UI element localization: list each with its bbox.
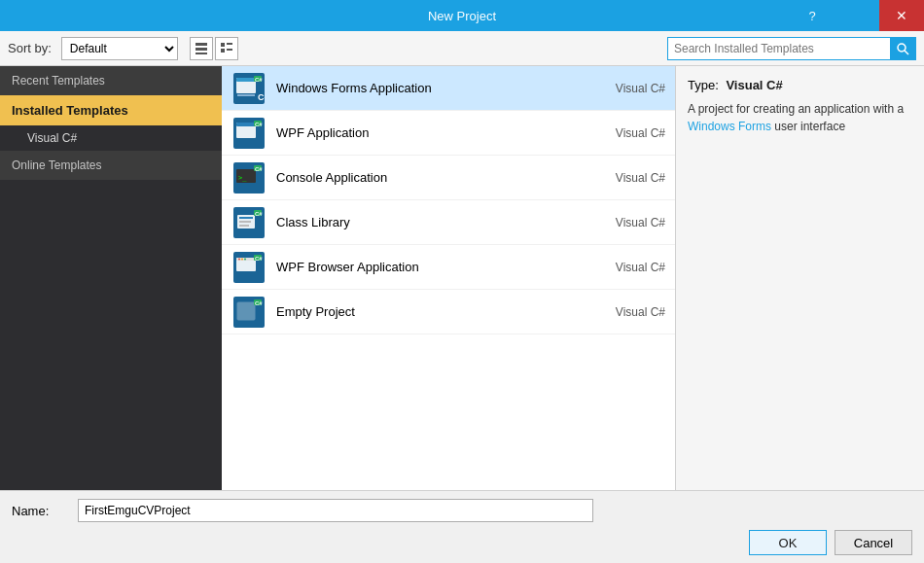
svg-rect-11 xyxy=(236,78,256,82)
dialog-body: Sort by: Default Name Date Modified Type xyxy=(0,31,924,563)
template-lang: Visual C# xyxy=(616,171,665,185)
svg-point-7 xyxy=(898,44,906,52)
svg-rect-28 xyxy=(239,217,253,219)
template-list: C# C# Windows Forms Application Visual C… xyxy=(222,66,676,490)
svg-text:C#: C# xyxy=(255,166,263,172)
main-area: Recent Templates Installed Templates Vis… xyxy=(0,66,924,490)
svg-point-37 xyxy=(241,258,243,260)
svg-text:C#: C# xyxy=(255,211,263,217)
svg-rect-3 xyxy=(221,43,225,47)
template-item[interactable]: C# WPF Browser Application Visual C# xyxy=(222,245,675,290)
template-lang: Visual C# xyxy=(616,261,665,274)
svg-rect-5 xyxy=(221,49,225,53)
close-button[interactable]: ✕ xyxy=(879,0,924,31)
template-item[interactable]: C# Class Library Visual C# xyxy=(222,200,675,245)
template-icon-winforms: C# C# xyxy=(231,71,267,106)
sort-select[interactable]: Default Name Date Modified Type xyxy=(61,37,178,60)
search-icon[interactable] xyxy=(890,38,915,59)
svg-rect-2 xyxy=(195,53,207,54)
template-name: Console Application xyxy=(276,170,616,185)
detail-panel: Type: Visual C# A project for creating a… xyxy=(676,66,924,490)
template-name: Class Library xyxy=(276,215,616,229)
detail-description: A project for creating an application wi… xyxy=(688,100,912,135)
svg-rect-29 xyxy=(239,221,251,223)
toolbar: Sort by: Default Name Date Modified Type xyxy=(0,31,924,66)
template-lang: Visual C# xyxy=(616,82,665,95)
template-icon-classlib: C# xyxy=(231,205,267,240)
template-item[interactable]: >_ C# Console Application Visual C# xyxy=(222,156,675,200)
svg-text:C#: C# xyxy=(255,77,263,83)
button-row: OK Cancel xyxy=(12,530,912,555)
detail-type: Type: Visual C# xyxy=(688,78,912,92)
template-name: Empty Project xyxy=(276,304,616,319)
svg-text:C#: C# xyxy=(255,256,263,262)
svg-point-38 xyxy=(244,258,246,260)
template-item[interactable]: C# C# Windows Forms Application Visual C… xyxy=(222,66,675,111)
svg-text:>_: >_ xyxy=(238,174,247,182)
svg-text:C#: C# xyxy=(255,300,263,306)
template-lang: Visual C# xyxy=(616,305,665,319)
sidebar-item-installed-templates[interactable]: Installed Templates xyxy=(0,95,222,125)
type-value: Visual C# xyxy=(726,78,782,92)
name-row: Name: xyxy=(12,499,912,522)
title-bar: New Project ? ✕ xyxy=(0,0,924,31)
template-item[interactable]: C# WPF Application Visual C# xyxy=(222,111,675,156)
svg-rect-0 xyxy=(195,43,207,46)
svg-rect-1 xyxy=(195,48,207,51)
template-icon-wpf: C# xyxy=(231,116,267,151)
template-name: WPF Application xyxy=(276,125,616,140)
svg-text:C#: C# xyxy=(255,122,263,127)
template-icon-wpfbrowser: C# xyxy=(231,250,267,285)
sidebar-item-visual-csharp[interactable]: Visual C# xyxy=(0,125,222,151)
svg-rect-18 xyxy=(236,123,256,126)
svg-text:C#: C# xyxy=(258,92,265,102)
template-name: Windows Forms Application xyxy=(276,81,616,95)
name-label: Name: xyxy=(12,504,70,518)
template-lang: Visual C# xyxy=(616,216,665,229)
ok-button[interactable]: OK xyxy=(749,530,827,555)
sidebar-item-online-templates[interactable]: Online Templates xyxy=(0,151,222,180)
svg-point-36 xyxy=(238,258,240,260)
svg-rect-12 xyxy=(237,94,255,96)
detail-desc-highlight: Windows Forms xyxy=(688,120,771,133)
cancel-button[interactable]: Cancel xyxy=(835,530,912,555)
help-button[interactable]: ? xyxy=(790,0,835,31)
search-input[interactable] xyxy=(668,38,890,59)
template-item[interactable]: C# Empty Project Visual C# xyxy=(222,290,675,334)
template-icon-empty: C# xyxy=(231,295,267,330)
list-view-button[interactable] xyxy=(190,37,213,60)
svg-line-8 xyxy=(905,51,908,54)
type-label: Type: xyxy=(688,78,719,92)
svg-rect-6 xyxy=(227,49,232,51)
template-name: WPF Browser Application xyxy=(276,260,616,274)
title-bar-buttons: ? ✕ xyxy=(879,0,924,31)
svg-rect-4 xyxy=(227,43,232,45)
dialog-title: New Project xyxy=(428,9,496,23)
detail-desc-text: A project for creating an application wi… xyxy=(688,102,904,116)
search-box xyxy=(667,37,916,60)
detail-desc-end: user interface xyxy=(771,120,845,133)
project-name-input[interactable] xyxy=(78,499,593,522)
details-view-button[interactable] xyxy=(215,37,238,60)
sort-label: Sort by: xyxy=(8,41,52,55)
sidebar: Recent Templates Installed Templates Vis… xyxy=(0,66,222,490)
view-buttons xyxy=(190,37,238,60)
bottom-bar: Name: OK Cancel xyxy=(0,490,924,563)
svg-rect-30 xyxy=(239,225,249,227)
template-lang: Visual C# xyxy=(616,126,665,140)
template-icon-console: >_ C# xyxy=(231,160,267,195)
svg-rect-42 xyxy=(237,302,255,320)
sidebar-item-recent-templates[interactable]: Recent Templates xyxy=(0,66,222,95)
